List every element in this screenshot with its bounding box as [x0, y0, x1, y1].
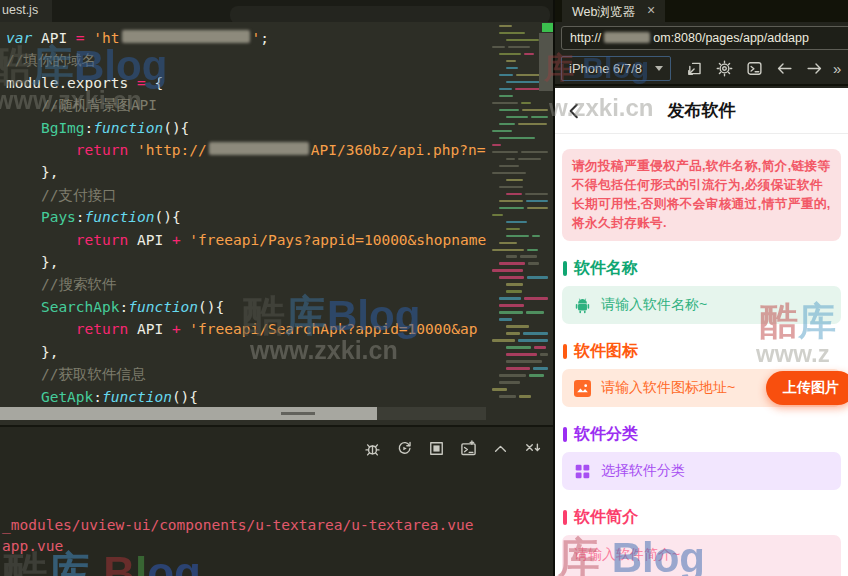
- code-line: },: [6, 251, 486, 273]
- close-panel-icon[interactable]: [524, 440, 541, 457]
- category-placeholder: 选择软件分类: [601, 462, 685, 480]
- browser-tab[interactable]: Web浏览器 ×: [562, 0, 665, 22]
- android-icon: [574, 297, 591, 314]
- screen: uest.js var API = 'ht';//填你的域名module.exp…: [0, 0, 848, 576]
- browser-toolbar-icons: [686, 60, 823, 77]
- section-title-name: 软件名称: [563, 258, 840, 279]
- open-external-icon[interactable]: [686, 60, 703, 77]
- category-input-row[interactable]: 选择软件分类: [562, 452, 841, 490]
- code-line: BgImg:function(){: [6, 117, 486, 139]
- code-line: module.exports = {: [6, 72, 486, 94]
- code-line: SearchApk:function(){: [6, 296, 486, 318]
- censored-text: [209, 142, 309, 155]
- page-header: 发布软件: [555, 88, 848, 134]
- code-line: return API + 'freeapi/Pays?appid=10000&s…: [6, 229, 486, 251]
- code-line: //填你的域名: [6, 49, 486, 71]
- back-icon[interactable]: [776, 60, 793, 77]
- chevron-down-icon: [655, 66, 663, 71]
- name-placeholder: 请输入软件名称~: [601, 296, 707, 314]
- url-suffix: om:8080/pages/app/addapp: [653, 31, 809, 45]
- code-line: },: [6, 341, 486, 363]
- browser-pane: Web浏览器 × http:// om:8080/pages/app/addap…: [553, 0, 848, 576]
- console-output-line[interactable]: app.vue: [2, 536, 473, 557]
- new-terminal-icon[interactable]: [460, 440, 477, 457]
- forward-icon[interactable]: [806, 60, 823, 77]
- section-accent-bar: [563, 427, 567, 442]
- warning-banner: 请勿投稿严重侵权产品,软件名称,简介,链接等不得包括任何形式的引流行为,必须保证…: [562, 149, 841, 241]
- code-line: return 'http://API/360bz/api.php?n=2&ty: [6, 139, 486, 161]
- code-line: Pays:function(){: [6, 206, 486, 228]
- stop-icon[interactable]: [428, 440, 445, 457]
- browser-tab-label: Web浏览器: [572, 4, 635, 21]
- image-icon: [574, 380, 591, 397]
- terminal-icon[interactable]: [746, 60, 763, 77]
- device-selector-value: iPhone 6/7/8: [569, 61, 642, 76]
- code-line: GetApk:function(){: [6, 386, 486, 408]
- section-title-category: 软件分类: [563, 424, 840, 445]
- section-accent-bar: [563, 510, 567, 525]
- censored-url-part: [604, 32, 650, 43]
- censored-text: [122, 30, 250, 43]
- address-bar[interactable]: http:// om:8080/pages/app/addapp: [561, 26, 848, 50]
- console-output: _modules/uview-ui/components/u-textarea/…: [2, 515, 473, 557]
- icon-placeholder: 请输入软件图标地址~: [601, 379, 735, 397]
- minimap-indicator: [542, 23, 553, 32]
- section-title-icon: 软件图标: [563, 341, 840, 362]
- more-icon[interactable]: »: [833, 60, 841, 77]
- page-title: 发布软件: [668, 99, 736, 122]
- form-sections: 软件名称请输入软件名称~软件图标请输入软件图标地址~上传图片软件分类选择软件分类…: [555, 258, 848, 576]
- section-title-text: 软件名称: [574, 258, 638, 279]
- editor-tab-bar: uest.js: [0, 0, 553, 22]
- editor-tab-label: uest.js: [2, 3, 38, 17]
- name-input-row[interactable]: 请输入软件名称~: [562, 286, 841, 324]
- browser-toolbar: iPhone 6/7/8 »: [555, 53, 848, 86]
- restart-icon[interactable]: [396, 440, 413, 457]
- console-output-line[interactable]: _modules/uview-ui/components/u-textarea/…: [2, 515, 473, 536]
- upload-image-button[interactable]: 上传图片: [766, 371, 848, 405]
- code-line: return API + 'freeapi/SearchApk?appid=10…: [6, 318, 486, 340]
- editor-tab-request-js[interactable]: uest.js: [0, 0, 52, 22]
- intro-placeholder: 请输入软件简介~: [574, 546, 680, 564]
- code-lines: var API = 'ht';//填你的域名module.exports = {…: [6, 27, 486, 408]
- settings-icon[interactable]: [716, 60, 733, 77]
- section-accent-bar: [563, 261, 567, 276]
- code-editor[interactable]: var API = 'ht';//填你的域名module.exports = {…: [0, 22, 553, 425]
- section-title-text: 软件分类: [574, 424, 638, 445]
- intro-textarea[interactable]: 请输入软件简介~: [562, 535, 841, 576]
- code-line: //随机背景图API: [6, 94, 486, 116]
- vertical-scrollbar-thumb[interactable]: [539, 33, 553, 91]
- page-viewport: 发布软件 请勿投稿严重侵权产品,软件名称,简介,链接等不得包括任何形式的引流行为…: [555, 88, 848, 576]
- close-tab-icon[interactable]: ×: [647, 4, 655, 17]
- console-panel: _modules/uview-ui/components/u-textarea/…: [0, 425, 553, 576]
- icon-input-row[interactable]: 请输入软件图标地址~上传图片: [562, 369, 841, 407]
- back-icon[interactable]: [565, 102, 583, 120]
- code-line: //获取软件信息: [6, 363, 486, 385]
- editor-pane: uest.js var API = 'ht';//填你的域名module.exp…: [0, 0, 553, 576]
- section-title-intro: 软件简介: [563, 507, 840, 528]
- code-line: var API = 'ht';: [6, 27, 486, 49]
- code-line: //搜索软件: [6, 273, 486, 295]
- code-line: //支付接口: [6, 184, 486, 206]
- scrollbar-notch: [281, 412, 315, 415]
- code-line: },: [6, 161, 486, 183]
- debug-toolbar: [364, 440, 541, 457]
- horizontal-scrollbar-thumb[interactable]: [0, 407, 377, 420]
- bug-icon[interactable]: [364, 440, 381, 457]
- url-prefix: http://: [570, 31, 601, 45]
- section-accent-bar: [563, 344, 567, 359]
- section-title-text: 软件图标: [574, 341, 638, 362]
- url-row: http:// om:8080/pages/app/addapp: [555, 22, 848, 53]
- grid-icon: [574, 463, 591, 480]
- device-selector[interactable]: iPhone 6/7/8: [561, 56, 671, 81]
- horizontal-scrollbar[interactable]: [0, 407, 486, 420]
- section-title-text: 软件简介: [574, 507, 638, 528]
- collapse-up-icon[interactable]: [492, 440, 509, 457]
- browser-tab-bar: Web浏览器 ×: [555, 0, 848, 22]
